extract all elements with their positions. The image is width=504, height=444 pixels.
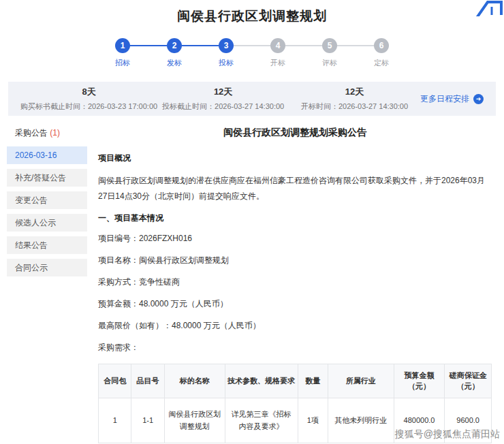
field-max-price: 最高限价（如有）：48.0000 万元（人民币）: [98, 320, 492, 332]
notice-count-badge: (1): [50, 128, 60, 138]
days-remaining: 8天: [82, 86, 95, 98]
cell-quantity: 1项: [298, 398, 328, 443]
timeline-item-bid-opening: 12天 开标时间：2026-03-27 14:30:00: [289, 86, 420, 112]
step-pingbiao: 5 评标: [304, 38, 356, 68]
step-1-circle: 1: [115, 38, 130, 53]
sidebar-item-label: 采购公告: [15, 128, 48, 138]
deadline-time: 2026-03-27 14:30:00: [338, 102, 408, 110]
more-schedule-label: 更多日程安排: [420, 93, 469, 105]
sidebar-item-supplement-notice[interactable]: 补充/答疑公告: [7, 169, 87, 187]
cell-subject-name: 闽侯县行政区划调整规划: [164, 398, 225, 443]
field-budget-amount: 预算金额：48.0000 万元（人民币）: [98, 298, 492, 310]
step-3-circle: 3: [219, 38, 234, 53]
field-project-name: 项目名称：闽侯县行政区划调整规划: [98, 255, 492, 266]
col-subject-name: 标的名称: [164, 364, 225, 398]
timeline-item-doc-purchase-deadline: 8天 购买标书截止时间：2026-03-23 17:00:00: [20, 86, 157, 112]
sidebar-item-candidate-publicity[interactable]: 候选人公示: [7, 214, 87, 232]
col-deposit: 磋商保证金（元）: [445, 364, 492, 398]
col-industry: 所属行业: [328, 364, 394, 398]
days-remaining: 12天: [345, 86, 364, 98]
overview-paragraph: 闽侯县行政区划调整规划的潜在供应商应在福州信豪工程造价咨询有限公司获取采购文件，…: [98, 173, 492, 204]
step-6-label: 定标: [374, 58, 389, 68]
page-title: 闽侯县行政区划调整规划: [177, 7, 327, 25]
announcement-content: 闽侯县行政区划调整规划采购公告 项目概况 闽侯县行政区划调整规划的潜在供应商应在…: [98, 124, 492, 444]
days-remaining: 12天: [214, 86, 232, 98]
step-5-label: 评标: [322, 58, 337, 68]
sidebar-item-contract-publicity[interactable]: 合同公示: [7, 259, 87, 276]
step-toubiao: 3 投标: [200, 38, 252, 68]
cell-industry: 其他未列明行业: [328, 398, 394, 443]
field-procurement-method: 采购方式：竞争性磋商: [98, 276, 492, 288]
cell-tech-specs: 详见第三章《招标内容及要求》: [225, 398, 298, 443]
field-procurement-demand: 采购需求：: [98, 342, 492, 353]
deadline-text: 投标截止时间：2026-03-27 14:30:00: [162, 101, 284, 112]
step-4-circle: 4: [270, 38, 285, 53]
timeline-item-bid-deadline: 12天 投标截止时间：2026-03-27 14:30:00: [157, 86, 289, 112]
page-body: 采购公告 (1) 2026-03-16 补充/答疑公告 变更公告 候选人公示 结…: [0, 124, 504, 444]
deadline-text: 开标时间：2026-03-27 14:30:00: [301, 101, 408, 112]
deadline-time: 2026-03-23 17:00:00: [88, 102, 157, 110]
sidebar-item-date-2026-03-16[interactable]: 2026-03-16: [7, 146, 87, 164]
basic-info-heading: 一、项目基本情况: [98, 212, 492, 224]
arrow-right-icon: ➜: [473, 94, 484, 104]
step-dingbiao: 6 定标: [356, 38, 407, 68]
page-header: 闽侯县行政区划调整规划: [0, 0, 504, 33]
col-contract-package: 合同包: [99, 364, 131, 398]
sidebar-item-procurement-notice[interactable]: 采购公告 (1): [7, 124, 87, 142]
sidebar-item-result-notice[interactable]: 结果公告: [7, 236, 87, 254]
step-2-label: 发标: [167, 58, 182, 68]
table-header-row: 合同包 品目号 标的名称 技术参数、规格要求 数量 所属行业 预算金额（元） 磋…: [99, 364, 492, 398]
corner-logo-fragment-icon: [473, 0, 504, 19]
deadline-label: 购买标书截止时间：: [20, 102, 88, 110]
schedule-bar: 8天 购买标书截止时间：2026-03-23 17:00:00 12天 投标截止…: [8, 82, 496, 116]
col-tech-specs: 技术参数、规格要求: [225, 364, 298, 398]
step-6-circle: 6: [374, 38, 389, 53]
cell-contract-package: 1: [99, 398, 131, 443]
step-zhaobiao: 1 招标: [97, 38, 148, 68]
step-1-label: 招标: [115, 58, 130, 68]
step-2-circle: 2: [167, 38, 182, 53]
more-schedule-link[interactable]: 更多日程安排 ➜: [420, 93, 484, 105]
deadline-text: 购买标书截止时间：2026-03-23 17:00:00: [20, 101, 157, 112]
progress-stepper: 1 招标 2 发标 3 投标 4 开标 5 评标 6 定标: [0, 33, 504, 79]
sidebar-item-change-notice[interactable]: 变更公告: [7, 191, 87, 209]
step-5-circle: 5: [322, 38, 337, 53]
col-budget: 预算金额（元）: [394, 364, 445, 398]
cell-item-number: 1-1: [131, 398, 164, 443]
announcement-title: 闽侯县行政区划调整规划采购公告: [98, 127, 492, 139]
col-item-number: 品目号: [131, 364, 164, 398]
step-fabiao: 2 发标: [148, 38, 200, 68]
deadline-time: 2026-03-27 14:30:00: [215, 102, 284, 110]
col-quantity: 数量: [298, 364, 328, 398]
announcement-sidebar: 采购公告 (1) 2026-03-16 补充/答疑公告 变更公告 候选人公示 结…: [7, 124, 87, 444]
deadline-label: 投标截止时间：: [162, 102, 215, 110]
field-project-number: 项目编号：2026FZXH016: [98, 233, 492, 244]
overview-heading: 项目概况: [98, 153, 492, 164]
step-3-label: 投标: [219, 58, 234, 68]
sohu-watermark: 搜狐号@搜狐焦点莆田站: [395, 428, 500, 441]
deadline-label: 开标时间：: [301, 102, 338, 110]
step-4-label: 开标: [270, 58, 285, 68]
step-kaibiao: 4 开标: [252, 38, 304, 68]
